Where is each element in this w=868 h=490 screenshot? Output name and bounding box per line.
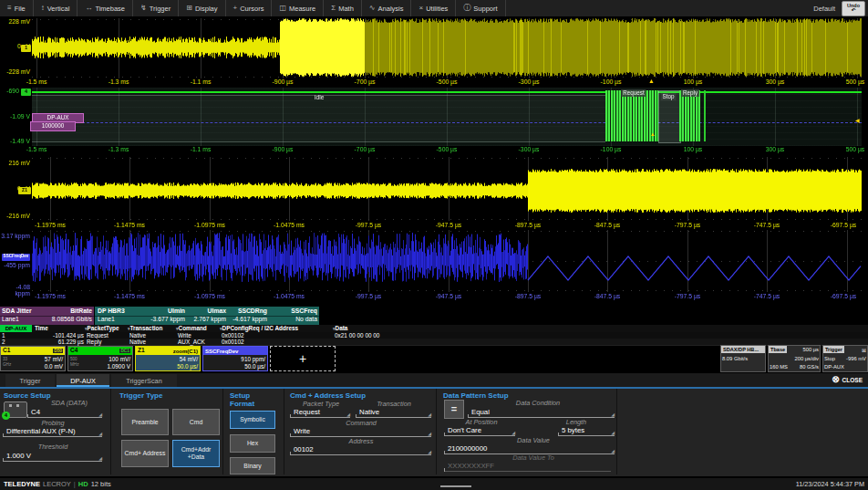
ssc-time-per-div: 50.0 µs/ — [244, 364, 265, 370]
probing-select[interactable]: Differential AUX (P-N)◢ — [3, 426, 102, 437]
dialog-tab-bar: Trigger DP-AUX TriggerScan ⊗ CLOSE — [0, 373, 868, 389]
tab-dp-aux[interactable]: DP-AUX — [57, 374, 109, 387]
trigger-level: -996 mV — [846, 357, 866, 362]
data-condition-select[interactable]: Equal◢ — [468, 407, 615, 418]
undo-button[interactable]: Undo↶ — [842, 1, 865, 16]
c1-descriptor-title: C1 — [3, 348, 10, 354]
menu-trigger[interactable]: ↯Trigger — [133, 0, 179, 16]
c4-ground-marker[interactable]: 4 — [21, 89, 31, 96]
file-icon: ≡ — [7, 5, 12, 12]
add-trace-button[interactable]: + — [270, 346, 336, 371]
sscfreqdev-descriptor-title: SSCFreqDev — [205, 349, 238, 354]
decode-value-box[interactable]: 1000000 — [30, 121, 76, 131]
tab-triggerscan[interactable]: TriggerScan — [111, 374, 177, 387]
menu-display[interactable]: ⊞Display — [179, 0, 225, 16]
menu-measure[interactable]: ◫Measure — [272, 0, 324, 16]
trigger-time-marker[interactable]: ▲ — [648, 78, 655, 84]
x-tick: -1.3 ms — [108, 79, 129, 86]
sda-jitter-lane: Lane1 — [2, 317, 19, 323]
at-position-select[interactable]: Don't Care◢ — [444, 425, 515, 436]
menu-analysis[interactable]: ∿Analysis — [362, 0, 412, 16]
menu-cursors[interactable]: +Cursors — [226, 0, 273, 16]
x-tick: -897.5 µs — [515, 294, 541, 300]
c4-descriptor[interactable]: C4DC1 500MHz 100 mV/ 1.0900 V — [67, 346, 133, 371]
cmd-button[interactable]: Cmd — [172, 409, 220, 435]
taskbar-handle[interactable] — [440, 485, 471, 487]
length-select[interactable]: 5 bytes◢ — [558, 425, 615, 436]
serial-status-box[interactable]: SDAX/DP HB... 8.09 Gbit/s — [720, 345, 766, 372]
hd-mode-badge: HD — [78, 481, 88, 488]
z1-ground-marker[interactable]: Z1 — [18, 187, 31, 194]
preamble-button[interactable]: Preamble — [121, 409, 169, 435]
p4-y-bottom: -4.08 kppm — [0, 285, 30, 297]
c4-bandwidth: 500MHz — [70, 357, 78, 368]
menu-support[interactable]: ⓘSupport — [456, 0, 505, 16]
decode-source-cell[interactable]: DP-AUX — [0, 325, 32, 332]
trigger-level-marker[interactable]: ◀ — [855, 118, 860, 123]
x-tick: -797.5 µs — [675, 294, 700, 300]
address-field[interactable]: 00102◢ — [290, 444, 431, 455]
menu-file[interactable]: ≡File — [0, 0, 34, 16]
sscdrng-value: -4.617 kppm — [208, 317, 267, 323]
binary-button[interactable]: Binary — [230, 457, 275, 474]
bit-depth-label: 12 bits — [91, 481, 111, 488]
timebase-status-box[interactable]: Tbase 500 µs 200 µs/div 160 MS80 GS/s — [768, 345, 821, 372]
trigger-title: Trigger — [823, 346, 844, 353]
sscfreqdev-marker[interactable]: SSCFreqDev — [2, 254, 30, 261]
transaction-select[interactable]: Native◢ — [356, 407, 431, 418]
col-time[interactable]: Time — [35, 326, 48, 331]
x-tick: -997.5 µs — [356, 294, 381, 300]
menu-vertical[interactable]: ↕Vertical — [34, 0, 78, 16]
decode-table-header: DP-AUX Time ▾PacketType ▾Transaction ▾Co… — [0, 325, 868, 332]
sscdrng-header: SSCDRng — [217, 308, 267, 315]
equals-button[interactable]: = — [444, 400, 464, 419]
cursors-icon: + — [233, 5, 238, 12]
command-select[interactable]: Write◢ — [290, 426, 431, 437]
cell-index: 2 — [2, 339, 5, 345]
menu-timebase[interactable]: ↔Timebase — [78, 0, 133, 16]
cmd-address-button[interactable]: Cmd+ Address — [121, 440, 169, 467]
close-icon: ⊗ — [832, 375, 839, 384]
x-tick: -797.5 µs — [675, 223, 700, 229]
menu-file-label: File — [15, 5, 26, 13]
z1-time-per-div: 50.0 µs/ — [177, 364, 198, 370]
packet-type-select[interactable]: Request◢ — [290, 407, 350, 418]
cmd-addr-data-button[interactable]: Cmd+Addr +Data — [172, 440, 220, 467]
col-command[interactable]: ▾Command — [176, 326, 207, 331]
section-divider — [222, 389, 223, 474]
tab-trigger[interactable]: Trigger — [5, 374, 55, 387]
p1-y-bottom: -228 mV — [0, 69, 30, 76]
menu-utilities[interactable]: ×Utilities — [411, 0, 456, 16]
reply-label: Reply — [681, 89, 699, 97]
col-dpconfigreq-label: DPConfigReq / I2C Address — [222, 325, 299, 331]
hex-button[interactable]: Hex — [230, 434, 275, 453]
c1-volts-per-div: 57 mV/ — [45, 357, 63, 362]
menu-math[interactable]: ΣMath — [324, 0, 362, 16]
sscfreqdev-descriptor[interactable]: SSCFreqDev 910 ppm/ 50.0 µs/ — [202, 346, 268, 371]
source-setup-heading: Source Setup — [4, 391, 51, 400]
z1-descriptor[interactable]: Z1zoom(C1) 54 mV/ 50.0 µs/ — [135, 346, 201, 371]
x-tick: -700 µs — [355, 147, 376, 153]
trigger-time-marker-2[interactable]: ▲ — [650, 131, 656, 137]
menu-cursors-label: Cursors — [240, 5, 264, 13]
c1-descriptor[interactable]: C1D50 33GHz 57 mV/ 0.0 mV — [0, 346, 66, 371]
trigger-status-box[interactable]: Trigger ⊠ Stop-996 mV DP-AUX — [822, 345, 868, 372]
col-transaction[interactable]: ▾Transaction — [128, 326, 162, 331]
decode-idle-label: idle — [315, 94, 325, 100]
utilities-icon: × — [418, 5, 423, 12]
sda-jitter-header: SDA Jitter — [2, 308, 32, 315]
col-dpconfigreq[interactable]: ▾DPConfigReq / I2C Address — [220, 326, 298, 331]
col-command-label: Command — [179, 325, 207, 331]
c1-ground-marker[interactable]: 1 — [21, 45, 31, 52]
c4-trace — [32, 91, 862, 93]
timebase-title: Tbase — [769, 346, 787, 353]
x-tick: -300 µs — [519, 79, 540, 86]
threshold-field[interactable]: 1.000 V◢ — [3, 451, 102, 462]
sda-source-select[interactable]: C4◢ — [27, 407, 102, 418]
col-packettype[interactable]: ▾PacketType — [85, 326, 119, 331]
dialog-close-button[interactable]: ⊗ CLOSE — [832, 375, 863, 384]
status-bar: TELEDYNE LECROY | HD 12 bits 11/23/2024 … — [0, 477, 868, 490]
x-tick: -1.1 ms — [191, 147, 212, 153]
symbolic-button[interactable]: Symbolic — [230, 411, 275, 429]
col-data[interactable]: ▾Data — [333, 326, 347, 331]
